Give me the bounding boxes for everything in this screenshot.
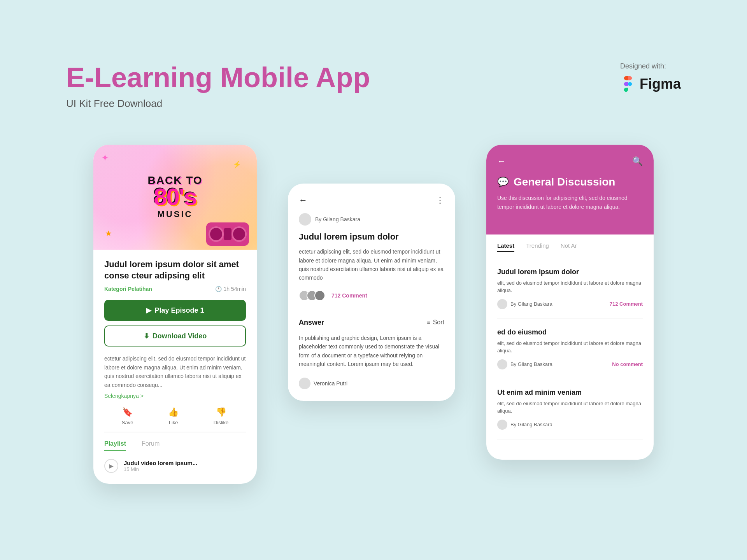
play-circle-icon[interactable]: ▶ bbox=[104, 459, 118, 473]
read-more-link[interactable]: Selengkapnya > bbox=[104, 393, 144, 399]
title-block: E-Learning Mobile App UI Kit Free Downlo… bbox=[66, 62, 370, 110]
discussion-title-row: 💬 General Discussion bbox=[497, 176, 643, 188]
deco-star-3: ★ bbox=[105, 229, 112, 238]
phone1-content: Judul lorem ipsum dolor sit amet conse c… bbox=[93, 250, 257, 484]
sort-icon: ≡ bbox=[427, 319, 430, 326]
duration-value: 1h 54min bbox=[223, 286, 246, 292]
phone3-content: Latest Trending Not Ar Judul lorem ipsum… bbox=[486, 234, 654, 460]
playlist-item-duration: 15 Min bbox=[124, 466, 197, 472]
di-avatar-2 bbox=[497, 359, 507, 369]
course-title: Judul lorem ipsum dolor sit amet conse c… bbox=[104, 259, 246, 281]
di-title-2: ed do eiusmod bbox=[497, 328, 643, 336]
di-author-name-2: By Gilang Baskara bbox=[510, 361, 552, 367]
post-body: ectetur adipiscing elit, sed do eiusmod … bbox=[299, 247, 444, 282]
play-episode-button[interactable]: ▶ Play Episode 1 bbox=[104, 300, 246, 321]
boombox-center bbox=[224, 228, 231, 240]
back80s-text-block: BACK TO 80's MUSIC bbox=[147, 175, 202, 219]
tab-playlist[interactable]: Playlist bbox=[104, 440, 126, 451]
phone3-search-button[interactable]: 🔍 bbox=[632, 156, 643, 166]
download-video-button[interactable]: ⬇ Download Video bbox=[104, 326, 246, 346]
playlist-info: Judul video lorem ipsum... 15 Min bbox=[124, 460, 197, 472]
playlist-item: ▶ Judul video lorem ipsum... 15 Min bbox=[104, 459, 246, 473]
discussion-item-3: Ut enim ad minim veniam elit, sed do eiu… bbox=[497, 388, 643, 439]
sort-button[interactable]: ≡ Sort bbox=[427, 319, 444, 326]
phone3-nav: ← 🔍 bbox=[497, 156, 643, 166]
post-author-avatar bbox=[299, 213, 311, 226]
answer-header: Answer ≡ Sort bbox=[299, 318, 444, 327]
di-meta-3: By Gilang Baskara bbox=[497, 420, 643, 430]
save-action[interactable]: 🔖 Save bbox=[122, 407, 133, 425]
filter-tabs: Latest Trending Not Ar bbox=[497, 234, 643, 260]
filter-tab-trending[interactable]: Trending bbox=[526, 242, 549, 252]
answer-author-avatar bbox=[299, 378, 310, 389]
tab-forum[interactable]: Forum bbox=[142, 440, 160, 451]
figma-label: Figma bbox=[640, 76, 681, 92]
di-body-2: elit, sed do eiusmod tempor incididunt u… bbox=[497, 340, 643, 355]
di-author-2: By Gilang Baskara bbox=[497, 359, 552, 369]
post-title: Judul lorem ipsum dolor bbox=[299, 232, 444, 242]
di-avatar-3 bbox=[497, 420, 507, 430]
duration-label: 🕐 1h 54min bbox=[215, 286, 246, 292]
dislike-action[interactable]: 👎 Dislike bbox=[214, 407, 228, 425]
dislike-label: Dislike bbox=[214, 420, 228, 425]
like-action[interactable]: 👍 Like bbox=[168, 407, 179, 425]
phone2-card: ← ⋮ By Gilang Baskara Judul lorem ipsum … bbox=[288, 184, 455, 401]
sort-label: Sort bbox=[433, 319, 444, 326]
boombox-graphic bbox=[206, 222, 249, 246]
answer-author-name: Veronica Putri bbox=[314, 380, 347, 387]
comment-row: 712 Comment bbox=[299, 290, 444, 309]
filter-tab-notar[interactable]: Not Ar bbox=[561, 242, 577, 252]
answer-author-row: Veronica Putri bbox=[299, 378, 444, 389]
download-icon: ⬇ bbox=[144, 332, 149, 340]
di-body-3: elit, sed do eiusmod tempor incididunt u… bbox=[497, 400, 643, 415]
figma-logo: Figma bbox=[620, 74, 681, 94]
phone3-card: ← 🔍 💬 General Discussion Use this discus… bbox=[486, 145, 654, 460]
download-button-label: Download Video bbox=[153, 332, 207, 340]
like-label: Like bbox=[169, 420, 178, 425]
phone2-more-button[interactable]: ⋮ bbox=[436, 195, 444, 205]
playlist-item-name: Judul video lorem ipsum... bbox=[124, 460, 197, 466]
like-icon: 👍 bbox=[168, 407, 179, 417]
clock-icon: 🕐 bbox=[215, 286, 222, 292]
discussion-title: General Discussion bbox=[514, 176, 615, 188]
di-title-1: Judul lorem ipsum dolor bbox=[497, 268, 643, 276]
figma-icon bbox=[620, 74, 636, 94]
post-author-name: By Gilang Baskara bbox=[315, 216, 360, 222]
di-body-1: elit, sed do eiusmod tempor incididunt u… bbox=[497, 279, 643, 294]
discussion-description: Use this discussion for adipiscing elit,… bbox=[497, 194, 643, 211]
di-author-3: By Gilang Baskara bbox=[497, 420, 552, 430]
page-subtitle: UI Kit Free Download bbox=[66, 98, 370, 110]
discussion-item-2: ed do eiusmod elit, sed do eiusmod tempo… bbox=[497, 328, 643, 379]
di-author-1: By Gilang Baskara bbox=[497, 299, 552, 309]
di-comment-count-2: No comment bbox=[612, 361, 643, 367]
di-author-name-1: By Gilang Baskara bbox=[510, 301, 552, 307]
phones-container: ✦ ⚡ ★ BACK TO 80's MUSIC Judul lorem ips… bbox=[66, 145, 681, 484]
designed-with-label: Designed with: bbox=[620, 62, 666, 70]
action-row: 🔖 Save 👍 Like 👎 Dislike bbox=[104, 407, 246, 432]
di-title-3: Ut enim ad minim veniam bbox=[497, 388, 643, 397]
discussion-item-1: Judul lorem ipsum dolor elit, sed do eiu… bbox=[497, 268, 643, 319]
deco-star-2: ⚡ bbox=[233, 160, 241, 169]
boombox-left-speaker bbox=[209, 226, 224, 242]
post-author-row: By Gilang Baskara bbox=[299, 213, 444, 226]
play-icon: ▶ bbox=[146, 306, 151, 315]
play-button-label: Play Episode 1 bbox=[154, 306, 204, 315]
phone1-image: ✦ ⚡ ★ BACK TO 80's MUSIC bbox=[93, 145, 257, 250]
di-avatar-1 bbox=[497, 299, 507, 309]
di-author-name-3: By Gilang Baskara bbox=[510, 422, 552, 427]
page-wrapper: E-Learning Mobile App UI Kit Free Downlo… bbox=[0, 0, 747, 560]
answer-label: Answer bbox=[299, 318, 324, 327]
di-meta-2: By Gilang Baskara No comment bbox=[497, 359, 643, 369]
phone2-header: ← ⋮ bbox=[299, 195, 444, 205]
phone2-back-button[interactable]: ← bbox=[299, 195, 307, 205]
save-label: Save bbox=[122, 420, 133, 425]
filter-tab-latest[interactable]: Latest bbox=[497, 242, 514, 252]
header-section: E-Learning Mobile App UI Kit Free Downlo… bbox=[66, 62, 681, 110]
phone3-back-button[interactable]: ← bbox=[497, 156, 506, 166]
deco-star-1: ✦ bbox=[101, 152, 109, 163]
phone1-card: ✦ ⚡ ★ BACK TO 80's MUSIC Judul lorem ips… bbox=[93, 145, 257, 484]
phone3-header: ← 🔍 💬 General Discussion Use this discus… bbox=[486, 145, 654, 234]
comment-count: 712 Comment bbox=[331, 292, 367, 299]
commenter-avatar-3 bbox=[314, 290, 325, 301]
comment-avatars bbox=[299, 290, 322, 301]
